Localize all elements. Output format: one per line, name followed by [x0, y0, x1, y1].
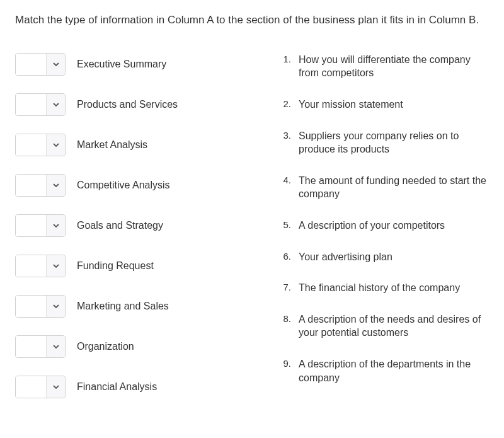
definition-number: 9. [280, 357, 291, 384]
definition-text: Your mission statement [299, 98, 403, 112]
match-row: Marketing and Sales [15, 295, 255, 318]
match-row: Products and Services [15, 93, 255, 116]
column-a-item-label: Executive Summary [77, 59, 166, 70]
match-row: Goals and Strategy [15, 214, 255, 237]
match-select-competitive-analysis[interactable] [15, 174, 66, 197]
definition-number: 2. [280, 98, 291, 112]
match-select-funding-request[interactable] [15, 255, 66, 277]
definition-row: 4. The amount of funding needed to start… [280, 174, 489, 201]
column-a-item-label: Financial Analysis [77, 381, 157, 393]
select-value [16, 54, 46, 75]
chevron-down-icon [46, 94, 65, 115]
definition-text: A description of the departments in the … [299, 357, 489, 384]
column-b: 1. How you will differentiate the compan… [280, 53, 489, 416]
select-value [16, 215, 46, 236]
definition-row: 7. The financial history of the company [280, 281, 489, 295]
chevron-down-icon [46, 215, 65, 236]
match-row: Organization [15, 335, 255, 358]
select-value [16, 336, 46, 357]
columns-wrapper: Executive Summary Products and Services … [15, 53, 489, 416]
chevron-down-icon [46, 376, 65, 398]
chevron-down-icon [46, 296, 65, 317]
column-a-item-label: Competitive Analysis [77, 180, 170, 191]
chevron-down-icon [46, 134, 65, 156]
match-row: Financial Analysis [15, 376, 255, 398]
definition-text: Suppliers your company relies on to prod… [299, 129, 489, 156]
column-a-item-label: Market Analysis [77, 139, 147, 151]
definition-row: 1. How you will differentiate the compan… [280, 53, 489, 80]
column-a-item-label: Organization [77, 341, 134, 352]
match-row: Competitive Analysis [15, 174, 255, 197]
select-value [16, 134, 46, 156]
definition-text: The financial history of the company [299, 281, 460, 295]
definition-number: 7. [280, 281, 291, 295]
definition-number: 6. [280, 250, 291, 264]
definition-row: 6. Your advertising plan [280, 250, 489, 264]
column-a: Executive Summary Products and Services … [15, 53, 255, 416]
match-select-organization[interactable] [15, 335, 66, 358]
definition-text: Your advertising plan [299, 250, 392, 264]
definition-number: 8. [280, 313, 291, 340]
match-select-products-services[interactable] [15, 93, 66, 116]
definition-row: 9. A description of the departments in t… [280, 357, 489, 384]
definition-number: 4. [280, 174, 291, 201]
select-value [16, 376, 46, 398]
match-select-market-analysis[interactable] [15, 134, 66, 156]
definition-text: A description of the needs and desires o… [299, 313, 489, 340]
column-a-item-label: Funding Request [77, 260, 154, 272]
question-instructions: Match the type of information in Column … [15, 13, 489, 28]
chevron-down-icon [46, 175, 65, 196]
match-select-executive-summary[interactable] [15, 53, 66, 76]
select-value [16, 296, 46, 317]
chevron-down-icon [46, 255, 65, 277]
definition-number: 1. [280, 53, 291, 80]
chevron-down-icon [46, 336, 65, 357]
column-a-item-label: Goals and Strategy [77, 220, 163, 231]
match-select-marketing-sales[interactable] [15, 295, 66, 318]
definition-row: 8. A description of the needs and desire… [280, 313, 489, 340]
definition-number: 3. [280, 129, 291, 156]
match-row: Market Analysis [15, 134, 255, 156]
definition-text: The amount of funding needed to start th… [299, 174, 489, 201]
definition-row: 2. Your mission statement [280, 98, 489, 112]
definition-row: 3. Suppliers your company relies on to p… [280, 129, 489, 156]
column-a-item-label: Marketing and Sales [77, 301, 169, 312]
select-value [16, 94, 46, 115]
chevron-down-icon [46, 54, 65, 75]
match-row: Executive Summary [15, 53, 255, 76]
definition-text: How you will differentiate the company f… [299, 53, 489, 80]
select-value [16, 175, 46, 196]
select-value [16, 255, 46, 277]
match-select-financial-analysis[interactable] [15, 376, 66, 398]
definition-row: 5. A description of your competitors [280, 219, 489, 233]
match-select-goals-strategy[interactable] [15, 214, 66, 237]
match-row: Funding Request [15, 255, 255, 277]
definition-text: A description of your competitors [299, 219, 445, 233]
column-a-item-label: Products and Services [77, 99, 178, 110]
definition-number: 5. [280, 219, 291, 233]
